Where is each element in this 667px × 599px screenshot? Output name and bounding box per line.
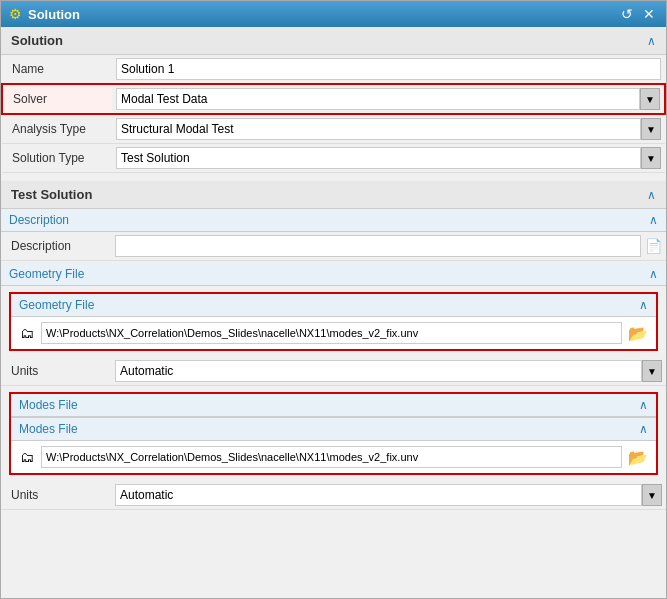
geometry-file-subsection-header: Geometry File ∧ xyxy=(11,294,656,317)
geometry-file-highlighted-section: Geometry File ∧ 🗂 📂 xyxy=(9,292,658,351)
solver-label: Solver xyxy=(2,84,112,114)
modes-file-icon: 🗂 xyxy=(17,447,37,467)
modes-units-label: Units xyxy=(1,481,111,510)
solution-window: ⚙ Solution ↺ ✕ Solution ∧ Name Solver xyxy=(0,0,667,599)
geometry-file-subsection-chevron[interactable]: ∧ xyxy=(639,298,648,312)
geometry-file-section-chevron[interactable]: ∧ xyxy=(649,267,658,281)
geometry-folder-icon[interactable]: 📂 xyxy=(626,321,650,345)
modes-units-dropdown-arrow[interactable]: ▼ xyxy=(642,484,662,506)
modes-file-subsection-title: Modes File xyxy=(19,422,78,436)
description-subsection-chevron[interactable]: ∧ xyxy=(649,213,658,227)
modes-units-table: Units Automatic ▼ xyxy=(1,481,666,510)
description-input-row: 📄 xyxy=(115,235,662,257)
geometry-file-row: 🗂 📂 xyxy=(11,317,656,349)
geometry-units-table: Units Automatic ▼ xyxy=(1,357,666,386)
close-button[interactable]: ✕ xyxy=(640,5,658,23)
geometry-file-path-input[interactable] xyxy=(41,322,622,344)
document-icon[interactable]: 📄 xyxy=(645,238,662,254)
solution-section-header: Solution ∧ xyxy=(1,27,666,55)
geometry-file-section-header: Geometry File ∧ xyxy=(1,263,666,286)
modes-file-highlighted-section: Modes File ∧ Modes File ∧ 🗂 📂 xyxy=(9,392,658,475)
geometry-units-label: Units xyxy=(1,357,111,386)
name-field xyxy=(112,55,665,84)
analysis-type-label: Analysis Type xyxy=(2,114,112,144)
solution-type-field: Test Solution ▼ xyxy=(112,144,665,173)
solver-value: Modal Test Data xyxy=(116,88,640,110)
solution-type-value: Test Solution xyxy=(116,147,641,169)
modes-folder-icon[interactable]: 📂 xyxy=(626,445,650,469)
name-input[interactable] xyxy=(116,58,661,80)
description-container: Description ∧ Description 📄 xyxy=(1,209,666,261)
geometry-units-dropdown-arrow[interactable]: ▼ xyxy=(642,360,662,382)
name-row: Name xyxy=(2,55,665,84)
modes-file-subsection-chevron[interactable]: ∧ xyxy=(639,422,648,436)
modes-file-row: 🗂 📂 xyxy=(11,441,656,473)
restore-button[interactable]: ↺ xyxy=(618,5,636,23)
title-bar-buttons: ↺ ✕ xyxy=(618,5,658,23)
solution-section-title: Solution xyxy=(11,33,63,48)
solution-type-select: Test Solution ▼ xyxy=(116,147,661,169)
modes-file-path-input[interactable] xyxy=(41,446,622,468)
title-bar-left: ⚙ Solution xyxy=(9,6,80,22)
test-solution-section-header: Test Solution ∧ xyxy=(1,181,666,209)
description-label: Description xyxy=(1,232,111,261)
geometry-units-select: Automatic ▼ xyxy=(115,360,662,382)
name-label: Name xyxy=(2,55,112,84)
solver-field: Modal Test Data ▼ xyxy=(112,84,665,114)
modes-units-value: Automatic xyxy=(115,484,642,506)
solution-type-dropdown-arrow[interactable]: ▼ xyxy=(641,147,661,169)
gear-icon: ⚙ xyxy=(9,6,22,22)
description-subsection-title: Description xyxy=(9,213,69,227)
modes-file-section-header: Modes File ∧ xyxy=(11,394,656,417)
description-subsection-header: Description ∧ xyxy=(1,209,666,232)
modes-file-section-title: Modes File xyxy=(19,398,78,412)
analysis-type-dropdown-arrow[interactable]: ▼ xyxy=(641,118,661,140)
geometry-units-field: Automatic ▼ xyxy=(111,357,666,386)
geometry-file-subsection-title: Geometry File xyxy=(19,298,94,312)
analysis-type-value: Structural Modal Test xyxy=(116,118,641,140)
solver-dropdown-arrow[interactable]: ▼ xyxy=(640,88,660,110)
modes-file-subsection-header: Modes File ∧ xyxy=(11,417,656,441)
geometry-units-row: Units Automatic ▼ xyxy=(1,357,666,386)
analysis-type-row: Analysis Type Structural Modal Test ▼ xyxy=(2,114,665,144)
modes-units-select: Automatic ▼ xyxy=(115,484,662,506)
analysis-type-select: Structural Modal Test ▼ xyxy=(116,118,661,140)
modes-units-row: Units Automatic ▼ xyxy=(1,481,666,510)
description-field: 📄 xyxy=(111,232,666,261)
solution-form: Name Solver Modal Test Data ▼ Analysis T… xyxy=(1,55,666,173)
geometry-file-section-title: Geometry File xyxy=(9,267,84,281)
modes-file-section-chevron[interactable]: ∧ xyxy=(639,398,648,412)
description-form: Description 📄 xyxy=(1,232,666,261)
solution-type-row: Solution Type Test Solution ▼ xyxy=(2,144,665,173)
description-row: Description 📄 xyxy=(1,232,666,261)
solution-section-chevron[interactable]: ∧ xyxy=(647,34,656,48)
window-title: Solution xyxy=(28,7,80,22)
geometry-file-icon: 🗂 xyxy=(17,323,37,343)
test-solution-section-chevron[interactable]: ∧ xyxy=(647,188,656,202)
solver-select: Modal Test Data ▼ xyxy=(116,88,660,110)
title-bar: ⚙ Solution ↺ ✕ xyxy=(1,1,666,27)
analysis-type-field: Structural Modal Test ▼ xyxy=(112,114,665,144)
solution-type-label: Solution Type xyxy=(2,144,112,173)
test-solution-section-title: Test Solution xyxy=(11,187,92,202)
description-input[interactable] xyxy=(115,235,641,257)
geometry-units-value: Automatic xyxy=(115,360,642,382)
content-area: Solution ∧ Name Solver Modal Test Data ▼ xyxy=(1,27,666,598)
solver-row: Solver Modal Test Data ▼ xyxy=(2,84,665,114)
modes-units-field: Automatic ▼ xyxy=(111,481,666,510)
